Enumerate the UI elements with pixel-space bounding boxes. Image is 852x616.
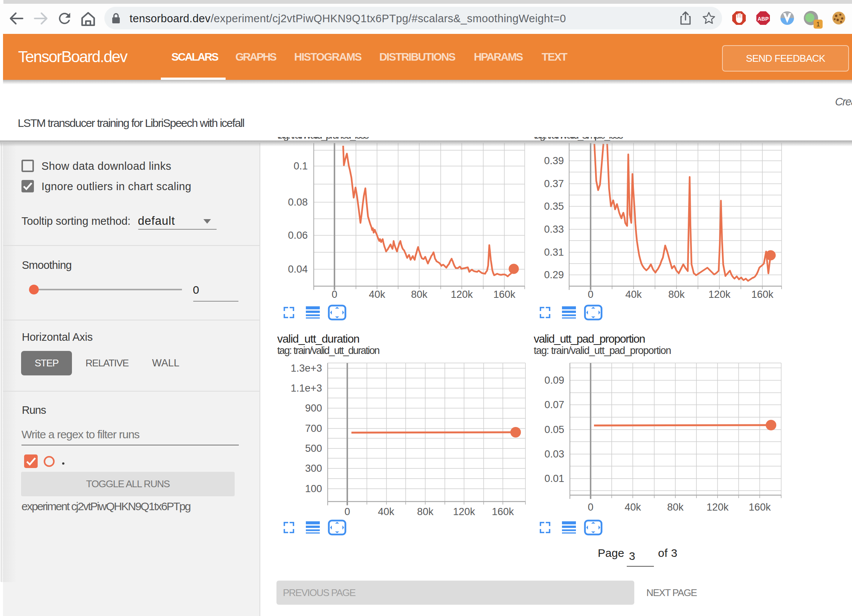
svg-text:160k: 160k [749,502,771,513]
svg-text:0.01: 0.01 [544,473,564,484]
svg-text:0.05: 0.05 [544,424,564,435]
svg-text:0: 0 [588,289,593,300]
svg-text:300: 300 [305,463,322,474]
svg-text:40k: 40k [625,289,642,300]
svg-text:0.39: 0.39 [544,155,564,166]
svg-text:0.37: 0.37 [544,178,564,189]
svg-text:40k: 40k [378,506,394,517]
svg-text:0.29: 0.29 [544,269,564,281]
svg-text:0: 0 [344,506,350,517]
svg-text:80k: 80k [411,289,428,300]
svg-text:0.1: 0.1 [293,160,308,172]
svg-text:40k: 40k [369,289,385,300]
svg-text:700: 700 [305,423,322,434]
svg-text:120k: 120k [453,506,475,517]
svg-text:0.33: 0.33 [544,224,564,235]
svg-text:0.31: 0.31 [544,247,564,258]
svg-text:0.04: 0.04 [288,264,308,275]
svg-text:160k: 160k [751,289,774,300]
svg-text:0.06: 0.06 [288,230,308,241]
svg-text:120k: 120k [451,289,473,300]
svg-text:80k: 80k [417,506,434,517]
svg-text:120k: 120k [708,289,731,300]
svg-text:0.09: 0.09 [544,375,564,386]
svg-text:100: 100 [305,483,322,494]
svg-text:160k: 160k [492,506,514,517]
svg-text:0.08: 0.08 [288,197,308,208]
svg-text:0: 0 [331,289,337,300]
svg-text:80k: 80k [668,289,685,300]
svg-text:500: 500 [305,443,322,454]
svg-text:120k: 120k [707,502,729,513]
svg-text:900: 900 [305,403,322,414]
svg-text:0.07: 0.07 [544,399,564,410]
svg-text:160k: 160k [493,289,516,300]
svg-text:0.03: 0.03 [544,448,564,460]
svg-text:1.1e+3: 1.1e+3 [291,383,322,394]
svg-text:1.3e+3: 1.3e+3 [291,363,322,374]
svg-text:80k: 80k [667,502,684,513]
svg-text:0.35: 0.35 [544,201,564,212]
svg-text:0: 0 [588,502,593,513]
svg-text:40k: 40k [624,502,641,513]
